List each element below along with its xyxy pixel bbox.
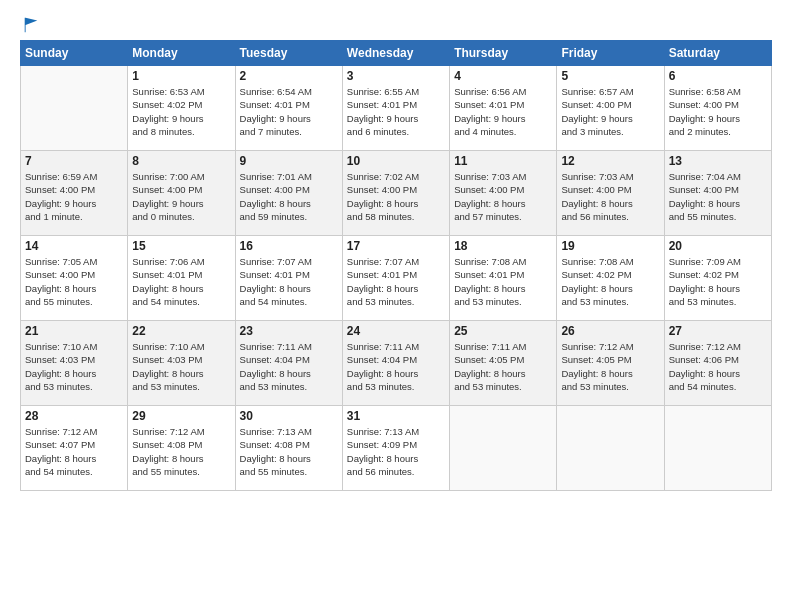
day-number: 3 [347, 69, 445, 83]
day-number: 30 [240, 409, 338, 423]
day-info: Sunrise: 7:11 AM Sunset: 4:04 PM Dayligh… [240, 340, 338, 393]
calendar-cell: 11Sunrise: 7:03 AM Sunset: 4:00 PM Dayli… [450, 151, 557, 236]
calendar-cell: 6Sunrise: 6:58 AM Sunset: 4:00 PM Daylig… [664, 66, 771, 151]
header [20, 16, 772, 34]
calendar-cell: 20Sunrise: 7:09 AM Sunset: 4:02 PM Dayli… [664, 236, 771, 321]
day-info: Sunrise: 7:07 AM Sunset: 4:01 PM Dayligh… [347, 255, 445, 308]
calendar-cell [21, 66, 128, 151]
calendar-cell: 22Sunrise: 7:10 AM Sunset: 4:03 PM Dayli… [128, 321, 235, 406]
logo [20, 16, 40, 34]
day-info: Sunrise: 7:04 AM Sunset: 4:00 PM Dayligh… [669, 170, 767, 223]
calendar-cell: 21Sunrise: 7:10 AM Sunset: 4:03 PM Dayli… [21, 321, 128, 406]
day-info: Sunrise: 7:12 AM Sunset: 4:05 PM Dayligh… [561, 340, 659, 393]
calendar-cell: 5Sunrise: 6:57 AM Sunset: 4:00 PM Daylig… [557, 66, 664, 151]
day-info: Sunrise: 7:13 AM Sunset: 4:09 PM Dayligh… [347, 425, 445, 478]
day-info: Sunrise: 7:13 AM Sunset: 4:08 PM Dayligh… [240, 425, 338, 478]
day-number: 26 [561, 324, 659, 338]
day-info: Sunrise: 7:12 AM Sunset: 4:08 PM Dayligh… [132, 425, 230, 478]
day-number: 17 [347, 239, 445, 253]
calendar-cell: 4Sunrise: 6:56 AM Sunset: 4:01 PM Daylig… [450, 66, 557, 151]
weekday-header: Monday [128, 41, 235, 66]
day-number: 6 [669, 69, 767, 83]
calendar-week-row: 21Sunrise: 7:10 AM Sunset: 4:03 PM Dayli… [21, 321, 772, 406]
day-info: Sunrise: 6:57 AM Sunset: 4:00 PM Dayligh… [561, 85, 659, 138]
calendar-cell [664, 406, 771, 491]
day-info: Sunrise: 7:12 AM Sunset: 4:06 PM Dayligh… [669, 340, 767, 393]
day-number: 12 [561, 154, 659, 168]
svg-marker-0 [25, 18, 38, 32]
calendar-cell: 17Sunrise: 7:07 AM Sunset: 4:01 PM Dayli… [342, 236, 449, 321]
day-number: 20 [669, 239, 767, 253]
calendar-cell: 26Sunrise: 7:12 AM Sunset: 4:05 PM Dayli… [557, 321, 664, 406]
day-number: 24 [347, 324, 445, 338]
calendar-cell: 9Sunrise: 7:01 AM Sunset: 4:00 PM Daylig… [235, 151, 342, 236]
day-info: Sunrise: 7:10 AM Sunset: 4:03 PM Dayligh… [132, 340, 230, 393]
calendar-cell: 28Sunrise: 7:12 AM Sunset: 4:07 PM Dayli… [21, 406, 128, 491]
calendar-week-row: 14Sunrise: 7:05 AM Sunset: 4:00 PM Dayli… [21, 236, 772, 321]
day-info: Sunrise: 7:00 AM Sunset: 4:00 PM Dayligh… [132, 170, 230, 223]
day-number: 16 [240, 239, 338, 253]
calendar-cell: 16Sunrise: 7:07 AM Sunset: 4:01 PM Dayli… [235, 236, 342, 321]
day-info: Sunrise: 7:11 AM Sunset: 4:04 PM Dayligh… [347, 340, 445, 393]
day-info: Sunrise: 7:03 AM Sunset: 4:00 PM Dayligh… [561, 170, 659, 223]
calendar-week-row: 28Sunrise: 7:12 AM Sunset: 4:07 PM Dayli… [21, 406, 772, 491]
calendar-cell: 14Sunrise: 7:05 AM Sunset: 4:00 PM Dayli… [21, 236, 128, 321]
day-number: 4 [454, 69, 552, 83]
day-info: Sunrise: 7:07 AM Sunset: 4:01 PM Dayligh… [240, 255, 338, 308]
day-number: 21 [25, 324, 123, 338]
calendar-cell: 30Sunrise: 7:13 AM Sunset: 4:08 PM Dayli… [235, 406, 342, 491]
weekday-header: Tuesday [235, 41, 342, 66]
day-number: 18 [454, 239, 552, 253]
calendar-cell: 27Sunrise: 7:12 AM Sunset: 4:06 PM Dayli… [664, 321, 771, 406]
calendar-cell [557, 406, 664, 491]
calendar-cell: 25Sunrise: 7:11 AM Sunset: 4:05 PM Dayli… [450, 321, 557, 406]
page-container: SundayMondayTuesdayWednesdayThursdayFrid… [0, 0, 792, 501]
day-info: Sunrise: 7:09 AM Sunset: 4:02 PM Dayligh… [669, 255, 767, 308]
weekday-header: Thursday [450, 41, 557, 66]
day-number: 5 [561, 69, 659, 83]
day-info: Sunrise: 7:10 AM Sunset: 4:03 PM Dayligh… [25, 340, 123, 393]
day-number: 22 [132, 324, 230, 338]
calendar-table: SundayMondayTuesdayWednesdayThursdayFrid… [20, 40, 772, 491]
day-number: 23 [240, 324, 338, 338]
day-info: Sunrise: 7:06 AM Sunset: 4:01 PM Dayligh… [132, 255, 230, 308]
calendar-week-row: 7Sunrise: 6:59 AM Sunset: 4:00 PM Daylig… [21, 151, 772, 236]
calendar-week-row: 1Sunrise: 6:53 AM Sunset: 4:02 PM Daylig… [21, 66, 772, 151]
calendar-cell: 10Sunrise: 7:02 AM Sunset: 4:00 PM Dayli… [342, 151, 449, 236]
day-number: 25 [454, 324, 552, 338]
logo-flag-icon [22, 16, 40, 34]
day-info: Sunrise: 6:54 AM Sunset: 4:01 PM Dayligh… [240, 85, 338, 138]
day-info: Sunrise: 6:53 AM Sunset: 4:02 PM Dayligh… [132, 85, 230, 138]
day-info: Sunrise: 7:01 AM Sunset: 4:00 PM Dayligh… [240, 170, 338, 223]
calendar-cell: 15Sunrise: 7:06 AM Sunset: 4:01 PM Dayli… [128, 236, 235, 321]
day-info: Sunrise: 7:11 AM Sunset: 4:05 PM Dayligh… [454, 340, 552, 393]
day-number: 10 [347, 154, 445, 168]
calendar-cell: 12Sunrise: 7:03 AM Sunset: 4:00 PM Dayli… [557, 151, 664, 236]
day-info: Sunrise: 6:55 AM Sunset: 4:01 PM Dayligh… [347, 85, 445, 138]
calendar-cell: 13Sunrise: 7:04 AM Sunset: 4:00 PM Dayli… [664, 151, 771, 236]
day-number: 28 [25, 409, 123, 423]
calendar-cell: 24Sunrise: 7:11 AM Sunset: 4:04 PM Dayli… [342, 321, 449, 406]
day-number: 13 [669, 154, 767, 168]
weekday-header: Wednesday [342, 41, 449, 66]
day-number: 7 [25, 154, 123, 168]
day-info: Sunrise: 7:12 AM Sunset: 4:07 PM Dayligh… [25, 425, 123, 478]
calendar-header-row: SundayMondayTuesdayWednesdayThursdayFrid… [21, 41, 772, 66]
day-number: 15 [132, 239, 230, 253]
calendar-cell [450, 406, 557, 491]
calendar-cell: 19Sunrise: 7:08 AM Sunset: 4:02 PM Dayli… [557, 236, 664, 321]
calendar-cell: 2Sunrise: 6:54 AM Sunset: 4:01 PM Daylig… [235, 66, 342, 151]
day-number: 19 [561, 239, 659, 253]
day-info: Sunrise: 7:03 AM Sunset: 4:00 PM Dayligh… [454, 170, 552, 223]
calendar-cell: 29Sunrise: 7:12 AM Sunset: 4:08 PM Dayli… [128, 406, 235, 491]
day-info: Sunrise: 6:56 AM Sunset: 4:01 PM Dayligh… [454, 85, 552, 138]
day-number: 29 [132, 409, 230, 423]
calendar-cell: 8Sunrise: 7:00 AM Sunset: 4:00 PM Daylig… [128, 151, 235, 236]
day-number: 11 [454, 154, 552, 168]
day-info: Sunrise: 6:58 AM Sunset: 4:00 PM Dayligh… [669, 85, 767, 138]
day-number: 1 [132, 69, 230, 83]
calendar-cell: 1Sunrise: 6:53 AM Sunset: 4:02 PM Daylig… [128, 66, 235, 151]
calendar-cell: 23Sunrise: 7:11 AM Sunset: 4:04 PM Dayli… [235, 321, 342, 406]
calendar-cell: 3Sunrise: 6:55 AM Sunset: 4:01 PM Daylig… [342, 66, 449, 151]
day-info: Sunrise: 7:02 AM Sunset: 4:00 PM Dayligh… [347, 170, 445, 223]
